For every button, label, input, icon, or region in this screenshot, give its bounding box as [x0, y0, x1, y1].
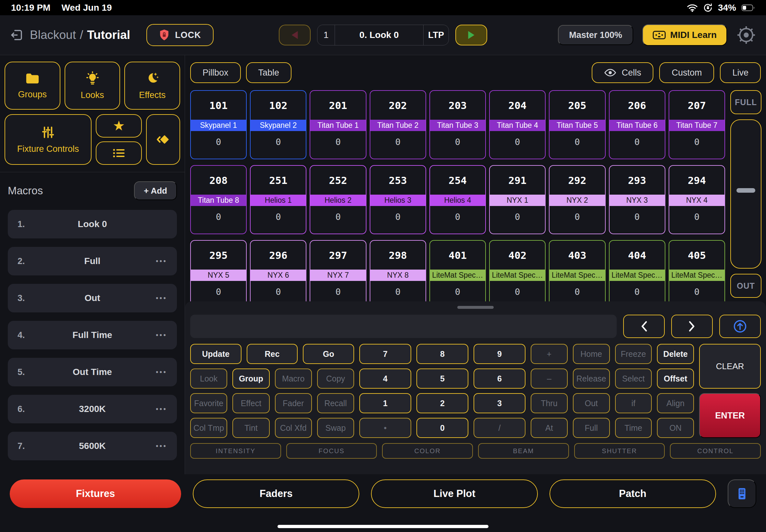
macro-row[interactable]: 4. Full Time ••• [8, 321, 177, 349]
fixture-cell[interactable]: 252 Helios 2 0 [310, 165, 366, 234]
fixture-cell[interactable]: 203 Titan Tube 3 0 [430, 90, 486, 159]
fixture-cell[interactable]: 204 Titan Tube 4 0 [489, 90, 546, 159]
keypad-key[interactable]: Effect [232, 393, 269, 413]
keypad-key[interactable]: Align [657, 393, 694, 413]
macro-row[interactable]: 1. Look 0 [8, 210, 177, 238]
parameter-category-button[interactable]: BEAM [478, 443, 569, 459]
keypad-key[interactable]: Look [190, 369, 227, 389]
keypad-key[interactable]: Release [573, 369, 610, 389]
tab-pillbox[interactable]: Pillbox [190, 62, 241, 83]
history-forward-button[interactable] [671, 315, 713, 338]
keypad-key[interactable]: + [531, 344, 568, 364]
keypad-key[interactable]: Home [573, 344, 610, 364]
fixture-cell[interactable]: 405 LiteMat Spec… 0 [669, 240, 725, 301]
live-view-button[interactable]: Live [720, 62, 761, 83]
enter-button[interactable]: ENTER [699, 393, 761, 438]
home-indicator[interactable] [277, 525, 489, 528]
drawer-drag-handle[interactable] [457, 306, 494, 309]
keypad-key[interactable]: Full [573, 418, 610, 438]
keypad-number-key[interactable]: 6 [474, 369, 526, 389]
keypad-key[interactable]: Fader [275, 393, 312, 413]
keypad-key[interactable]: Copy [317, 369, 354, 389]
intensity-fader-track[interactable] [730, 119, 761, 269]
keypad-key[interactable]: Out [573, 393, 610, 413]
macro-menu-button[interactable]: ••• [156, 368, 167, 376]
keypad-key[interactable]: if [615, 393, 652, 413]
fixture-cell[interactable]: 208 Titan Tube 8 0 [190, 165, 247, 234]
parameter-category-button[interactable]: SHUTTER [574, 443, 665, 459]
keypad-number-key[interactable]: 2 [417, 393, 468, 413]
keypad-number-key[interactable]: 3 [474, 393, 526, 413]
nav-patch[interactable]: Patch [550, 479, 716, 508]
keypad-number-key[interactable]: 8 [417, 344, 468, 364]
keypad-key[interactable]: Favorite [190, 393, 227, 413]
keypad-key[interactable]: Thru [531, 393, 568, 413]
macro-row[interactable]: 3. Out ••• [8, 284, 177, 312]
fixture-cell[interactable]: 254 Helios 4 0 [430, 165, 486, 234]
clear-button[interactable]: CLEAR [699, 344, 761, 389]
keypad-key[interactable]: Macro [275, 369, 312, 389]
keypad-number-key[interactable]: 0 [417, 418, 468, 438]
keypad-number-key[interactable]: 4 [359, 369, 411, 389]
fixture-cell[interactable]: 207 Titan Tube 7 0 [669, 90, 725, 159]
play-button[interactable] [456, 25, 487, 45]
fixture-cell[interactable]: 297 NYX 7 0 [310, 240, 366, 301]
fixture-cell[interactable]: 296 NYX 6 0 [250, 240, 306, 301]
custom-view-button[interactable]: Custom [659, 62, 714, 83]
fixture-cell[interactable]: 293 NYX 3 0 [609, 165, 665, 234]
cue-mode-badge[interactable]: LTP [423, 25, 449, 45]
fixture-cell[interactable]: 206 Titan Tube 6 0 [609, 90, 665, 159]
tab-table[interactable]: Table [246, 62, 292, 83]
parameter-category-button[interactable]: FOCUS [286, 443, 377, 459]
midi-learn-button[interactable]: MIDI Learn [642, 24, 727, 46]
keypad-number-key[interactable]: / [474, 418, 526, 438]
keypad-key[interactable]: Delete [657, 344, 694, 364]
settings-wheel-icon[interactable] [736, 25, 756, 45]
keypad-key[interactable]: – [531, 369, 568, 389]
keypad-key[interactable]: Rec [247, 344, 298, 364]
submit-command-button[interactable] [719, 315, 761, 338]
macro-row[interactable]: 5. Out Time ••• [8, 358, 177, 386]
exit-show-icon[interactable] [10, 28, 23, 42]
keyboard-toggle-button[interactable] [728, 479, 756, 508]
keypad-key[interactable]: Col Tmp [190, 418, 227, 438]
keypad-key[interactable]: Offset [657, 369, 694, 389]
macro-row[interactable]: 7. 5600K ••• [8, 432, 177, 460]
fixture-cell[interactable]: 403 LiteMat Spec… 0 [549, 240, 605, 301]
fixture-cell[interactable]: 253 Helios 3 0 [370, 165, 426, 234]
command-input[interactable] [190, 315, 617, 338]
macro-menu-button[interactable]: ••• [156, 442, 167, 450]
macro-row[interactable]: 2. Full ••• [8, 247, 177, 275]
keypad-key[interactable]: Swap [317, 418, 354, 438]
history-back-button[interactable] [623, 315, 665, 338]
fixture-cell[interactable]: 402 LiteMat Spec… 0 [489, 240, 546, 301]
keypad-number-key[interactable]: 1 [359, 393, 411, 413]
macro-row[interactable]: 6. 3200K ••• [8, 395, 177, 423]
fixture-cell[interactable]: 298 NYX 8 0 [370, 240, 426, 301]
fixture-cell[interactable]: 205 Titan Tube 5 0 [549, 90, 605, 159]
macro-menu-button[interactable]: ••• [156, 257, 167, 265]
nav-faders[interactable]: Faders [193, 479, 359, 508]
fixture-cell[interactable]: 295 NYX 5 0 [190, 240, 247, 301]
keypad-key[interactable]: Freeze [615, 344, 652, 364]
macro-menu-button[interactable]: ••• [156, 294, 167, 302]
fixture-cell[interactable]: 291 NYX 1 0 [489, 165, 546, 234]
cards-view-button[interactable] [146, 114, 180, 165]
keypad-number-key[interactable]: 7 [359, 344, 411, 364]
keypad-key[interactable]: Go [303, 344, 354, 364]
keypad-key[interactable]: Time [615, 418, 652, 438]
list-view-button[interactable] [96, 141, 142, 165]
breadcrumb-app[interactable]: Blackout [30, 28, 76, 42]
out-button[interactable]: OUT [730, 274, 761, 298]
keypad-key[interactable]: Recall [317, 393, 354, 413]
full-button[interactable]: FULL [730, 90, 761, 114]
master-level-button[interactable]: Master 100% [558, 25, 633, 45]
previous-cue-button[interactable] [279, 25, 310, 45]
fader-handle[interactable] [736, 188, 755, 193]
keypad-key[interactable]: Update [190, 344, 241, 364]
keypad-key[interactable]: Select [615, 369, 652, 389]
keypad-key[interactable]: ON [657, 418, 694, 438]
favorites-button[interactable]: ★ [96, 114, 142, 138]
effects-button[interactable]: Effects [124, 62, 180, 110]
macro-menu-button[interactable]: ••• [156, 405, 167, 413]
